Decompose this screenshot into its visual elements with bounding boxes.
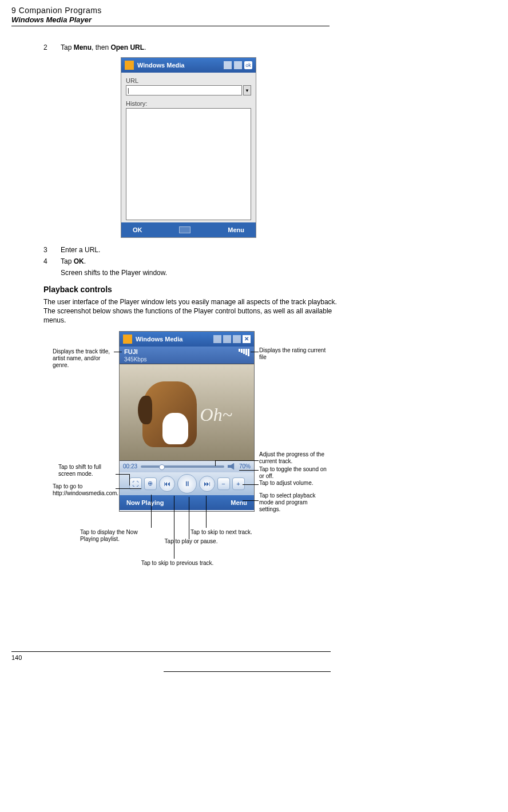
text: . [84, 257, 86, 265]
open-url-screenshot: Windows Media ok URL | ▼ History: OK Men… [121, 57, 256, 238]
progress-row: 00:23 70% [120, 461, 254, 472]
step-text: Enter a URL. [61, 246, 341, 254]
open-url-word: Open URL [110, 43, 144, 51]
oh-text-icon: Oh~ [200, 404, 232, 425]
callout-prev: Tap to skip to previous track. [129, 560, 226, 567]
leader-line [114, 352, 122, 352]
player-info-bar: FUJI 345Kbps [120, 347, 254, 364]
leader-line [151, 495, 152, 528]
progress-slider[interactable] [141, 465, 224, 468]
step-4-result: Screen shifts to the Player window. [61, 269, 341, 277]
vol-down-button[interactable]: − [217, 477, 230, 490]
player-diagram: Windows Media ✕ FUJI 345Kbps [42, 331, 342, 640]
leader-line [116, 488, 141, 489]
callout-track-info: Displays the track title, artist name, a… [53, 348, 117, 369]
player-screenshot: Windows Media ✕ FUJI 345Kbps [119, 331, 255, 512]
web-button[interactable]: ⊕ [144, 477, 157, 490]
step-4: 4 Tap OK. [43, 257, 341, 265]
player-softkey-bar: Now Playing Menu [120, 495, 254, 510]
rating-bars-icon [239, 349, 249, 356]
ok-word: OK [74, 257, 84, 265]
mute-icon[interactable] [228, 463, 236, 470]
softkey-now-playing[interactable]: Now Playing [126, 499, 164, 506]
leader-line [174, 496, 174, 559]
leader-line [239, 470, 259, 471]
elapsed-time: 00:23 [123, 463, 137, 469]
step-3: 3 Enter a URL. [43, 246, 341, 254]
url-input[interactable]: | [126, 85, 242, 95]
close-icon: ✕ [243, 335, 251, 343]
text: Tap [61, 257, 74, 265]
playback-para: The user interface of the Player window … [43, 297, 341, 325]
text: Tap [61, 43, 74, 51]
play-pause-button[interactable]: ⏸ [177, 474, 197, 493]
step-number: 3 [43, 246, 61, 254]
page-number: 140 [11, 654, 497, 661]
softkey-bar: OK Menu [121, 222, 256, 237]
step-text: Tap Menu, then Open URL. [61, 43, 341, 51]
callout-mute: Tap to toggle the sound on or off. [259, 466, 328, 480]
signal-icon [223, 335, 231, 343]
dog-image-icon [142, 381, 197, 447]
vol-up-button[interactable]: + [232, 477, 245, 490]
speaker-icon [233, 335, 241, 343]
callout-fullscreen: Tap to shift to full screen mode. [58, 464, 117, 477]
connectivity-icon [213, 335, 221, 343]
leader-line [215, 460, 216, 466]
step-number: 4 [43, 257, 61, 265]
speaker-icon [234, 61, 242, 69]
track-name: FUJI [124, 348, 138, 356]
app-title: Windows Media [137, 62, 184, 69]
step-2: 2 Tap Menu, then Open URL. [43, 43, 341, 51]
callout-menu: Tap to select playback mode and program … [259, 492, 328, 513]
leader-line [243, 500, 259, 501]
start-flag-icon [123, 335, 132, 344]
leader-line [129, 474, 130, 485]
start-flag-icon [125, 61, 134, 70]
leader-line [116, 474, 129, 475]
callout-play: Tap to play or pause. [157, 538, 225, 545]
url-dropdown-button[interactable]: ▼ [243, 85, 251, 95]
text: , then [92, 43, 110, 51]
history-label: History: [126, 100, 251, 107]
app-title: Windows Media [136, 336, 182, 343]
text: . [144, 43, 146, 51]
callout-rating: Displays the rating current file [259, 347, 328, 361]
leader-line [243, 484, 259, 485]
footer-rule [11, 651, 331, 652]
video-area[interactable]: Oh~ [120, 364, 254, 461]
leader-line [251, 352, 259, 352]
callout-www: Tap to go to http://windowsmedia.com. [53, 483, 117, 497]
callout-progress: Adjust the progress of the current track… [259, 451, 328, 465]
volume-percent: 70% [239, 463, 251, 469]
callout-next: Tap to skip to next track. [190, 529, 271, 536]
prev-button[interactable]: ⏮ [159, 476, 175, 492]
player-controls: ⛶ ⊕ ⏮ ⏸ ⏭ − + [120, 472, 254, 495]
leader-line [206, 496, 207, 528]
callout-volume: Tap to adjust volume. [259, 480, 328, 487]
keyboard-icon[interactable] [179, 226, 190, 233]
playback-heading: Playback controls [43, 285, 341, 294]
softkey-ok[interactable]: OK [133, 226, 142, 233]
softkey-menu[interactable]: Menu [228, 226, 244, 233]
player-titlebar: Windows Media ✕ [120, 332, 254, 347]
url-label: URL [126, 77, 251, 84]
footer-rule-2 [164, 671, 331, 672]
callout-now-playing: Tap to display the Now Playing playlist. [80, 529, 156, 543]
leader-line [215, 460, 259, 461]
chapter-title: 9 Companion Programs [11, 6, 497, 15]
step-text: Tap OK. [61, 257, 341, 265]
header-rule [11, 26, 330, 26]
ok-icon: ok [244, 61, 252, 69]
wm-titlebar: Windows Media ok [121, 58, 256, 73]
leader-line [189, 497, 189, 539]
bitrate-text: 345Kbps [124, 356, 249, 363]
history-list[interactable] [126, 108, 251, 220]
step-number: 2 [43, 43, 61, 51]
section-title: Windows Media Player [11, 15, 497, 24]
next-button[interactable]: ⏭ [199, 476, 215, 492]
menu-word: Menu [74, 43, 92, 51]
signal-icon [224, 61, 232, 69]
